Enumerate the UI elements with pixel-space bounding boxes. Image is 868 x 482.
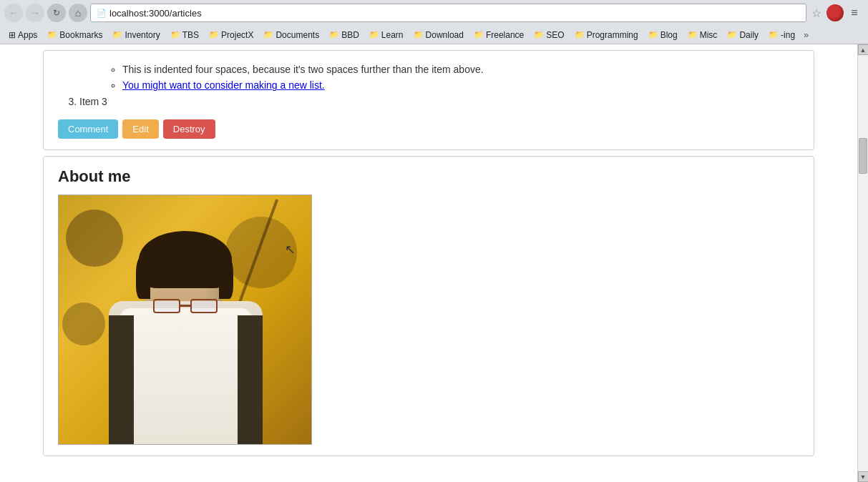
folder-icon: 📁: [769, 30, 779, 39]
bookmark-freelance[interactable]: 📁 Freelance: [469, 29, 528, 41]
scrollbar-thumb[interactable]: [859, 138, 867, 174]
bookmark-inventory[interactable]: 📁 Inventory: [108, 29, 164, 41]
bookmark-misc[interactable]: 📁 Misc: [683, 29, 722, 41]
folder-icon: 📁: [369, 30, 379, 39]
folder-icon: 📁: [170, 30, 180, 39]
forward-button[interactable]: →: [26, 4, 44, 22]
bookmark-ing[interactable]: 📁 -ing: [764, 29, 799, 41]
bookmark-learn[interactable]: 📁 Learn: [365, 29, 408, 41]
list-item: You might want to consider making a new …: [122, 77, 799, 93]
folder-icon: 📁: [648, 30, 658, 39]
edit-button[interactable]: Edit: [122, 119, 158, 139]
nested-list-deeper: This is indented four spaces, because it…: [65, 62, 799, 94]
browser-menu-button[interactable]: ≡: [845, 4, 864, 22]
comment-button[interactable]: Comment: [58, 119, 118, 139]
person-hair-side-right: [219, 256, 233, 299]
folder-icon: 📁: [112, 30, 122, 39]
folder-icon: 📁: [534, 30, 544, 39]
glasses-right-frame: [190, 299, 218, 313]
apps-bookmark[interactable]: ⊞ Apps: [4, 29, 42, 41]
person-hair-side-left: [136, 256, 150, 299]
bookmark-documents[interactable]: 📁 Documents: [259, 29, 323, 41]
person-hair: [139, 231, 232, 288]
person-jacket: [109, 315, 263, 444]
folder-icon: 📁: [727, 30, 737, 39]
nav-bar: ← → ↻ ⌂ 📄 localhost:3000/articles ☆ ≡: [0, 0, 868, 26]
glasses-bridge: [180, 305, 190, 307]
list-item-3: Item 3: [79, 94, 799, 109]
about-heading: About me: [58, 167, 799, 186]
new-list-link[interactable]: You might want to consider making a new …: [122, 79, 325, 91]
folder-icon: 📁: [575, 30, 585, 39]
about-card: About me: [43, 156, 814, 456]
apps-icon: ⊞: [9, 30, 16, 40]
bookmarks-bar: ⊞ Apps 📁 Bookmarks 📁 Inventory 📁 TBS 📁 P…: [0, 26, 868, 44]
bookmark-daily[interactable]: 📁 Daily: [723, 29, 763, 41]
bookmark-seo[interactable]: 📁 SEO: [530, 29, 568, 41]
bookmark-bbd[interactable]: 📁 BBD: [325, 29, 364, 41]
person-figure: [59, 195, 311, 444]
list-item: This is indented four spaces, because it…: [122, 62, 799, 77]
folder-icon: 📁: [263, 30, 273, 39]
scrollbar-track[interactable]: [858, 55, 868, 471]
scrollbar[interactable]: ▲ ▼: [857, 44, 868, 482]
bookmarks-more-button[interactable]: »: [801, 28, 811, 41]
bookmark-download[interactable]: 📁 Download: [409, 29, 468, 41]
back-button[interactable]: ←: [4, 4, 23, 22]
page-area: This is indented four spaces, because it…: [0, 44, 868, 482]
folder-icon: 📁: [47, 30, 57, 39]
folder-icon: 📁: [209, 30, 219, 39]
article-card: This is indented four spaces, because it…: [43, 50, 814, 150]
bookmark-blog[interactable]: 📁 Blog: [644, 29, 682, 41]
bookmark-tbs[interactable]: 📁 TBS: [166, 29, 203, 41]
bookmark-programming[interactable]: 📁 Programming: [570, 29, 643, 41]
bookmark-star-button[interactable]: ☆: [809, 4, 824, 22]
bookmark-projectx[interactable]: 📁 ProjectX: [205, 29, 258, 41]
url-text: localhost:3000/articles: [109, 8, 202, 19]
browser-window: ← → ↻ ⌂ 📄 localhost:3000/articles ☆ ≡ ⊞ …: [0, 0, 868, 482]
folder-icon: 📁: [329, 30, 339, 39]
browser-logo: [826, 4, 844, 21]
nav-right: ≡: [826, 4, 864, 22]
folder-icon: 📁: [688, 30, 698, 39]
article-list: This is indented four spaces, because it…: [58, 62, 799, 109]
profile-image: [58, 195, 312, 445]
scrollbar-down-button[interactable]: ▼: [858, 471, 869, 482]
page-icon: 📄: [97, 9, 107, 18]
scrollbar-up-button[interactable]: ▲: [858, 44, 869, 55]
refresh-button[interactable]: ↻: [47, 4, 66, 22]
home-button[interactable]: ⌂: [69, 4, 87, 22]
glasses-left-frame: [153, 299, 180, 313]
folder-icon: 📁: [474, 30, 484, 39]
folder-icon: 📁: [414, 30, 424, 39]
bookmark-bookmarks[interactable]: 📁 Bookmarks: [43, 29, 107, 41]
action-buttons: Comment Edit Destroy: [58, 119, 799, 139]
destroy-button[interactable]: Destroy: [163, 119, 215, 139]
person-glasses: [153, 299, 218, 315]
address-bar[interactable]: 📄 localhost:3000/articles: [90, 4, 806, 22]
main-content: This is indented four spaces, because it…: [0, 44, 857, 482]
